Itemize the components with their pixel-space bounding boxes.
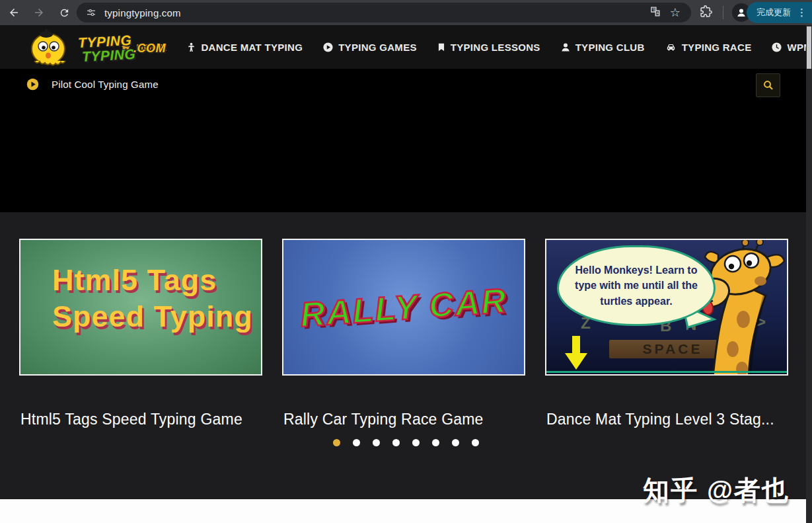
speech-bubble: Hello Monkeys! Learn to type with me unt… — [557, 245, 716, 326]
nav-item-typing-race[interactable]: TYPING RACE — [665, 42, 752, 53]
page-scrollbar[interactable] — [806, 25, 812, 523]
mascot-octopus-icon — [26, 26, 69, 67]
game-thumbnail[interactable]: RALLY CAR — [282, 239, 525, 376]
car-icon — [665, 42, 677, 53]
carousel-dot-7[interactable] — [452, 439, 459, 446]
search-icon — [762, 79, 774, 91]
carousel-dots — [0, 439, 812, 446]
browser-menu-icon[interactable]: ⋮ — [797, 10, 807, 15]
address-bar[interactable]: typingtyping.com 文A ☆ — [77, 3, 691, 22]
hero-banner — [0, 99, 812, 212]
carousel-dot-6[interactable] — [432, 439, 439, 446]
toolbar-divider — [723, 6, 723, 19]
translate-icon[interactable]: 文A — [649, 6, 661, 19]
search-button[interactable] — [756, 73, 780, 97]
nav-item-typing-lessons[interactable]: TYPING LESSONS — [437, 42, 540, 53]
thumbnail-art-text: RALLY CAR — [299, 280, 508, 335]
bookmark-star-icon[interactable]: ☆ — [670, 7, 681, 19]
game-card-html5-tags[interactable]: Html5 Tags Speed Typing Html5 Tags Speed… — [19, 239, 262, 376]
update-label: 完成更新 — [757, 7, 791, 19]
site-logo[interactable]: TYPING TYPING .COM — [26, 25, 119, 69]
child-icon — [186, 42, 196, 53]
forward-button[interactable] — [28, 1, 50, 24]
watermark-text: 知乎 @者也 — [643, 472, 790, 508]
carousel-section: Html5 Tags Speed Typing Html5 Tags Speed… — [0, 212, 812, 499]
play-circle-icon — [322, 42, 334, 53]
logo-tld: .COM — [133, 42, 166, 56]
carousel-dot-3[interactable] — [373, 439, 380, 446]
chrome-update-button[interactable]: 完成更新 ⋮ — [747, 2, 812, 23]
back-button[interactable] — [3, 1, 25, 24]
carousel-dot-8[interactable] — [472, 439, 479, 446]
down-arrow-icon — [564, 336, 589, 373]
bookmark-icon — [437, 42, 446, 53]
site-info-icon[interactable] — [86, 7, 96, 18]
game-card-dance-mat[interactable]: UHZBN> Hello Monkeys! Learn to type with… — [545, 239, 788, 376]
nav-label: TYPING LESSONS — [451, 42, 540, 53]
svg-text:A: A — [656, 11, 659, 15]
game-title-link[interactable]: Rally Car Typing Race Game — [283, 411, 484, 428]
back-arrow-icon — [8, 7, 20, 19]
game-thumbnail[interactable]: UHZBN> Hello Monkeys! Learn to type with… — [545, 239, 788, 376]
thumbnail-art-text: Html5 Tags Speed Typing — [52, 262, 253, 335]
featured-game-link[interactable]: Pilot Cool Typing Game — [52, 79, 159, 90]
url-text[interactable]: typingtyping.com — [104, 7, 649, 19]
nav-label: TYPING CLUB — [575, 42, 645, 53]
carousel-dot-1[interactable] — [333, 439, 340, 446]
scrollbar-thumb[interactable] — [807, 26, 811, 69]
reload-button[interactable] — [53, 1, 75, 24]
nav-item-typing-club[interactable]: TYPING CLUB — [560, 42, 645, 53]
play-badge-icon — [26, 78, 39, 93]
main-navigation: HOME DANCE MAT TYPING TYPING GAMES TYPIN… — [120, 42, 812, 53]
person-icon — [735, 7, 747, 19]
logo-word-typing-2: TYPING — [81, 46, 135, 65]
extensions-icon[interactable] — [699, 5, 713, 21]
nav-label: TYPING GAMES — [338, 42, 417, 53]
carousel-dot-5[interactable] — [412, 439, 420, 446]
clock-icon — [771, 42, 782, 53]
user-icon — [560, 42, 571, 53]
game-title-link[interactable]: Html5 Tags Speed Typing Game — [20, 411, 242, 428]
game-card-rally-car[interactable]: RALLY CAR Rally Car Typing Race Game — [282, 239, 525, 376]
forward-arrow-icon — [33, 7, 45, 19]
reload-icon — [59, 7, 70, 19]
game-thumbnail[interactable]: Html5 Tags Speed Typing — [19, 239, 262, 376]
carousel-dot-4[interactable] — [392, 439, 400, 446]
nav-item-dance-mat-typing[interactable]: DANCE MAT TYPING — [186, 42, 303, 53]
site-header: TYPING TYPING .COM HOME DANCE MAT TYPING… — [0, 25, 812, 69]
browser-toolbar: typingtyping.com 文A ☆ 完成更新 ⋮ — [0, 0, 812, 25]
nav-label: TYPING RACE — [682, 42, 752, 53]
carousel-dot-2[interactable] — [353, 439, 360, 446]
featured-game-bar: Pilot Cool Typing Game — [0, 69, 812, 99]
logo-text: TYPING TYPING .COM — [74, 29, 166, 66]
nav-item-typing-games[interactable]: TYPING GAMES — [322, 42, 417, 53]
game-title-link[interactable]: Dance Mat Typing Level 3 Stag... — [546, 411, 774, 428]
nav-label: DANCE MAT TYPING — [201, 42, 303, 53]
